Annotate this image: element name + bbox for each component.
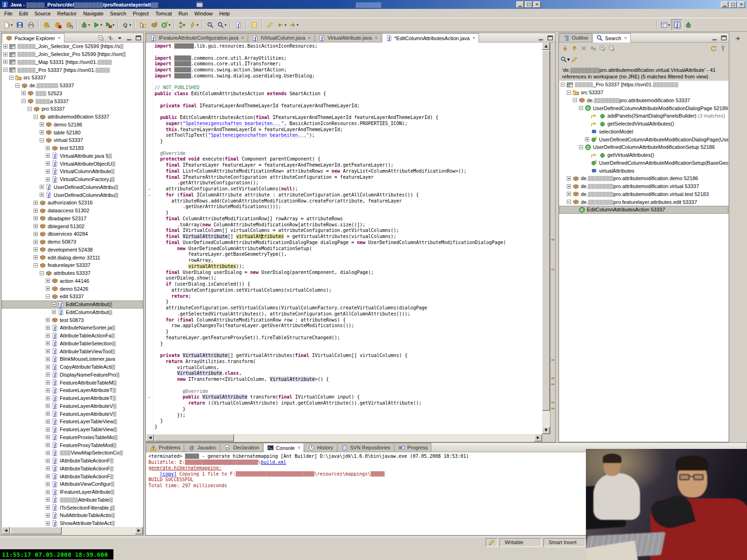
tree-expander[interactable]: +: [46, 513, 50, 518]
package-explorer-item[interactable]: +dblegend 51302: [2, 222, 143, 230]
package-explorer-item[interactable]: +JIAttributeViewConfigur▒: [2, 480, 143, 488]
package-explorer-item[interactable]: +JAttributeNameSorter.ja▒: [2, 324, 143, 332]
tree-expander[interactable]: +: [46, 287, 50, 291]
search-result-item[interactable]: +de.▒▒▒▒▒▒▒pro.attributemodification.vir…: [559, 182, 728, 190]
search-result-item[interactable]: selectionModel: [559, 128, 728, 136]
tree-expander[interactable]: +: [46, 279, 50, 283]
package-explorer-item[interactable]: +▒▒▒▒▒_Join_Selector_Pro 52599 [https://…: [2, 50, 143, 58]
tree-expander[interactable]: +: [567, 184, 571, 189]
tree-expander[interactable]: +: [34, 216, 38, 220]
tree-expander[interactable]: +: [46, 169, 50, 174]
tab-svn-repositories[interactable]: SVN Repositories: [338, 443, 395, 452]
package-explorer-item[interactable]: −attributes 53337: [2, 269, 143, 277]
tree-expander[interactable]: +: [46, 420, 50, 424]
tree-expander[interactable]: −: [561, 83, 565, 87]
package-explorer-item[interactable]: +dataaccess 51302: [2, 207, 143, 215]
package-explorer-item[interactable]: +development 52438: [2, 246, 143, 254]
tree-expander[interactable]: +: [34, 201, 38, 205]
run-button[interactable]: ▾: [92, 19, 104, 30]
new-class-button[interactable]: C▾: [160, 19, 172, 30]
tree-expander[interactable]: +: [52, 302, 56, 307]
tab-javadoc[interactable]: @Javadoc: [184, 443, 220, 452]
close-button[interactable]: ×: [533, 1, 541, 8]
view-menu-button[interactable]: [115, 34, 124, 42]
tab-progress[interactable]: Progress: [395, 443, 431, 452]
tree-expander[interactable]: +: [46, 161, 50, 166]
search-result-item[interactable]: +de.▒▒▒▒▒▒▒pro.attributemodification.dem…: [559, 175, 728, 182]
minimize-view-button[interactable]: [125, 34, 133, 42]
search-result-item[interactable]: −CUserDefinedColumnAttributeModification…: [559, 143, 728, 151]
tree-expander[interactable]: +: [46, 341, 50, 345]
tree-expander[interactable]: −: [579, 106, 583, 110]
search-result-item[interactable]: CUserDefinedColumnAttributeModificationS…: [559, 159, 728, 167]
source-code[interactable]: import ▒▒▒▒▒▒▒.lib.gui.resources.BasicAc…: [155, 43, 506, 430]
print-button[interactable]: [25, 19, 36, 30]
tree-expander[interactable]: −: [573, 98, 577, 102]
menu-help[interactable]: Help: [216, 9, 233, 18]
package-explorer-item[interactable]: −▒▒▒▒▒_Pro 53337 [https://svn01.▒▒▒▒: [2, 66, 143, 74]
open-java-element-button[interactable]: J: [233, 19, 244, 30]
search-filters-button[interactable]: [570, 56, 578, 63]
menu-project[interactable]: Project: [129, 9, 152, 18]
tab-history[interactable]: History: [304, 443, 337, 452]
tree-expander[interactable]: +: [46, 396, 50, 400]
tree-expander[interactable]: +: [34, 255, 38, 259]
tree-expander[interactable]: +: [46, 412, 50, 416]
previous-search-results-button[interactable]: ▾: [561, 56, 569, 63]
tree-expander[interactable]: +: [46, 474, 50, 478]
tree-expander[interactable]: +: [3, 60, 7, 64]
tree-expander[interactable]: −: [9, 76, 14, 80]
previous-match-button[interactable]: [570, 44, 578, 52]
tab-search-close-icon[interactable]: ×: [624, 35, 627, 41]
tree-expander[interactable]: −: [567, 200, 571, 204]
remove-selected-matches-button[interactable]: [579, 44, 588, 52]
tree-expander[interactable]: +: [585, 137, 589, 141]
tree-expander[interactable]: +: [46, 521, 50, 525]
package-explorer-item[interactable]: +JBlinkMouseListener.java: [2, 355, 143, 363]
tree-expander[interactable]: +: [46, 451, 50, 455]
last-edit-location-button[interactable]: [264, 19, 275, 30]
package-explorer-item[interactable]: +JFeatureProxiesTableMo▒: [2, 434, 143, 441]
debug-button[interactable]: ▾: [79, 19, 92, 30]
package-explorer-item[interactable]: +JVirtualAttribute.java 5▒: [2, 152, 143, 160]
editor-tab[interactable]: JIVirtualColumn.java×: [248, 33, 314, 42]
package-explorer-item[interactable]: +▒▒▒▒▒_Map 53331 [https://svn01.▒▒▒▒: [2, 58, 143, 66]
dropdown-arrow-icon[interactable]: ▾: [88, 23, 90, 27]
tree-expander[interactable]: +: [46, 443, 50, 447]
console-link[interactable]: [copy]: [160, 471, 176, 476]
package-explorer-tree[interactable]: +▒▒▒▒▒_Join_Selector_Core 52599 [https:/…: [2, 42, 143, 527]
package-explorer-item[interactable]: +test 50873: [2, 316, 143, 324]
toggle-mark-occurrences-button[interactable]: [248, 19, 260, 30]
search-result-item[interactable]: −▒▒▒▒▒_Pro 53337 [https://svn01.▒▒▒▒▒▒▒: [559, 81, 728, 89]
tab-search[interactable]: Search×: [592, 33, 631, 42]
occurrence-marker[interactable]: [551, 402, 554, 403]
dropdown-arrow-icon[interactable]: ▾: [296, 23, 298, 27]
tree-expander[interactable]: −: [34, 263, 38, 267]
package-explorer-item[interactable]: +JFeatureProxyTableMod▒: [2, 441, 143, 449]
coverage-button[interactable]: Q▾: [120, 19, 133, 30]
tree-expander[interactable]: +: [34, 224, 38, 228]
forward-button[interactable]: ▾: [288, 19, 300, 30]
external-tools-button[interactable]: ▾: [104, 19, 116, 30]
tree-expander[interactable]: −: [28, 107, 32, 111]
search-menu-button[interactable]: ▾: [216, 19, 228, 30]
package-explorer-item[interactable]: +demo 52426: [2, 285, 143, 293]
tree-expander[interactable]: +: [46, 334, 50, 338]
package-explorer-item[interactable]: +JVirtualAttributeObjectU▒: [2, 160, 143, 168]
dropdown-arrow-icon[interactable]: ▾: [284, 23, 286, 27]
tree-expander[interactable]: +: [34, 232, 38, 236]
next-match-button[interactable]: [561, 44, 569, 52]
tab-console[interactable]: Console×: [263, 443, 304, 452]
collapse-all-button[interactable]: [97, 34, 105, 42]
menu-search[interactable]: Search: [107, 9, 130, 18]
package-explorer-item[interactable]: +▒▒▒▒▒_Join_Selector_Core 52599 [https:/…: [2, 42, 143, 50]
search-result-item[interactable]: getVirtualAttributes(): [559, 151, 728, 159]
console-link[interactable]: build.xml: [261, 460, 286, 465]
tomcat-restart-button[interactable]: [63, 19, 75, 30]
package-explorer-item[interactable]: +action 44146: [2, 277, 143, 285]
package-explorer-item[interactable]: −edit 53337: [2, 293, 143, 301]
menu-tomcat[interactable]: Tomcat: [152, 9, 175, 18]
overview-ruler[interactable]: [550, 42, 555, 434]
package-explorer-item[interactable]: +demo 52186: [2, 121, 143, 129]
tree-expander[interactable]: +: [46, 380, 50, 385]
